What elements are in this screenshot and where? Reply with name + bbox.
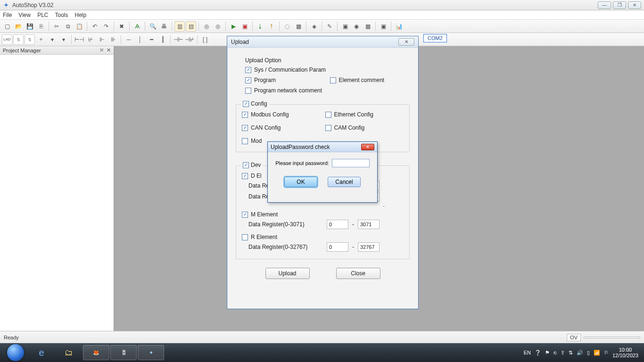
upload-button[interactable]: Upload (265, 268, 310, 279)
start-button[interactable] (3, 344, 28, 361)
chk-ethernet[interactable] (325, 112, 331, 118)
tool-e-icon[interactable]: ◈ (309, 21, 319, 32)
contact-p-icon[interactable]: ⊩ (97, 34, 107, 45)
panel-close-icon[interactable]: ✕ (107, 47, 111, 53)
zoom-icon[interactable]: 🔍 (148, 21, 158, 32)
vline-icon[interactable]: │ (135, 34, 145, 45)
chk-m-element[interactable] (242, 212, 248, 218)
r-from[interactable]: 0 (327, 242, 348, 252)
chk-program[interactable] (245, 77, 251, 83)
save-all-icon[interactable]: ⎘ (36, 21, 46, 32)
taskbar-autoshop-icon[interactable]: ✦ (138, 345, 164, 360)
close-button[interactable]: ✕ (628, 1, 641, 9)
redo-icon[interactable]: ↷ (101, 21, 111, 32)
chk-dev[interactable] (243, 162, 249, 168)
close-upload-button[interactable]: Close (336, 268, 380, 279)
m-from[interactable]: 0 (327, 220, 348, 229)
menu-file[interactable]: File (3, 12, 12, 18)
maximize-button[interactable]: ❐ (613, 1, 626, 9)
tool-a-icon[interactable]: ◎ (201, 21, 212, 32)
print-icon[interactable]: 🖶 (159, 21, 169, 32)
tray-action-icon[interactable]: ⎋ (553, 350, 557, 355)
tray-clock[interactable]: 10:00 12/10/2023 (612, 347, 638, 358)
tool-f-icon[interactable]: ▣ (340, 21, 350, 32)
chk-config[interactable] (243, 101, 249, 107)
edit-icon[interactable]: ✎ (324, 21, 335, 32)
tool-b-icon[interactable]: ◎ (213, 21, 223, 32)
lad-icon[interactable]: LAD (2, 34, 12, 45)
password-input[interactable] (332, 159, 370, 167)
tray-battery-icon[interactable]: ▯ (587, 350, 590, 356)
s1-icon[interactable]: S (13, 34, 24, 45)
open-icon[interactable]: 📂 (13, 21, 24, 32)
window2-icon[interactable]: ▤ (186, 21, 196, 32)
taskbar-ie-icon[interactable]: e (28, 345, 55, 360)
taskbar-explorer-icon[interactable]: 🗂 (56, 345, 82, 360)
chk-cam[interactable] (325, 125, 331, 131)
down-icon[interactable]: ▾ (47, 34, 58, 45)
paste-icon[interactable]: 📋 (74, 21, 84, 32)
new-icon[interactable]: ▢ (2, 21, 12, 32)
tool-d-icon[interactable]: ▦ (293, 21, 304, 32)
tool-c-icon[interactable]: ◌ (282, 21, 292, 32)
menu-help[interactable]: Help (75, 12, 87, 18)
tray-help-icon[interactable]: ❔ (535, 350, 541, 356)
cancel-button[interactable]: Cancel (328, 177, 361, 187)
menu-view[interactable]: View (18, 12, 31, 18)
download-icon[interactable]: ⭳ (255, 21, 265, 32)
upload-dialog-close-icon[interactable]: ✕ (398, 38, 414, 46)
chk-element-comment[interactable] (330, 77, 336, 83)
com-port-select[interactable]: COM2 (423, 34, 447, 42)
tray-wifi-icon[interactable]: 📶 (594, 350, 600, 356)
vline2-icon[interactable]: ┃ (157, 34, 168, 45)
upload-icon[interactable]: ⭱ (266, 21, 277, 32)
coil2-icon[interactable]: ⊣⊬ (184, 34, 195, 45)
m-to[interactable]: 3071 (358, 220, 380, 229)
pin-icon[interactable]: ⤲ (99, 47, 104, 53)
find-icon[interactable]: Ѧ (132, 21, 142, 32)
tray-flag-icon[interactable]: ⚑ (545, 350, 550, 356)
menu-tools[interactable]: Tools (55, 12, 68, 18)
password-dialog-close-icon[interactable]: ✕ (361, 144, 374, 150)
tray-usb-icon[interactable]: ⇪ (561, 350, 565, 356)
tool-g-icon[interactable]: ◉ (351, 21, 362, 32)
window1-icon[interactable]: ▥ (174, 21, 185, 32)
tray-network-icon[interactable]: ⇅ (569, 350, 573, 356)
hline-icon[interactable]: ─ (124, 34, 134, 45)
run-icon[interactable]: ▶ (228, 21, 239, 32)
tool-h-icon[interactable]: ▦ (363, 21, 373, 32)
down2-icon[interactable]: ▾ (58, 34, 69, 45)
tray-shield-icon[interactable]: ⚐ (604, 350, 609, 356)
chk-modbus[interactable] (242, 112, 248, 118)
bracket-icon[interactable]: [ ] (200, 34, 210, 45)
s2-icon[interactable]: S (25, 34, 35, 45)
r-to[interactable]: 32767 (358, 242, 380, 252)
minimize-button[interactable]: — (598, 1, 611, 9)
cut-icon[interactable]: ✂ (51, 21, 62, 32)
copy-icon[interactable]: ⧉ (63, 21, 73, 32)
ok-button[interactable]: OK (284, 177, 317, 187)
tool-i-icon[interactable]: ▣ (378, 21, 388, 32)
taskbar-app1-icon[interactable]: 🎛 (110, 345, 137, 360)
stop-icon[interactable]: ▣ (239, 21, 250, 32)
delete-icon[interactable]: ✖ (116, 21, 127, 32)
cross-icon[interactable]: ＋ (36, 34, 46, 45)
chart-icon[interactable]: 📊 (394, 21, 404, 32)
chk-prog-net-comment[interactable] (245, 88, 251, 94)
chk-can[interactable] (242, 125, 248, 131)
undo-icon[interactable]: ↶ (90, 21, 100, 32)
taskbar-firefox-icon[interactable]: 🦊 (83, 345, 109, 360)
contact-nc-icon[interactable]: ⊬ (85, 34, 96, 45)
chk-r-element[interactable] (242, 234, 248, 240)
save-icon[interactable]: 💾 (25, 21, 35, 32)
tray-lang[interactable]: EN (524, 350, 531, 355)
contact-n-icon[interactable]: ⊪ (108, 34, 118, 45)
chk-sys-comm[interactable] (245, 67, 251, 73)
tray-volume-icon[interactable]: 🔊 (577, 350, 583, 356)
chk-d-element[interactable] (242, 173, 248, 179)
hline2-icon[interactable]: ━ (146, 34, 157, 45)
menu-plc[interactable]: PLC (37, 12, 48, 18)
chk-mod-partial[interactable] (242, 138, 248, 144)
contact-no-icon[interactable]: ⊢⊣ (74, 34, 84, 45)
coil1-icon[interactable]: ⊣⊢ (173, 34, 183, 45)
